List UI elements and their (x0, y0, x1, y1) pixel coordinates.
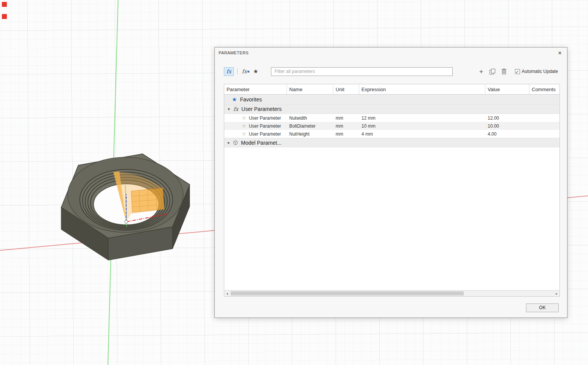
table-row[interactable]: ☆ User Parameter Nutwidth mm 12 mm 12.00 (224, 114, 559, 122)
table-header-row: Parameter Name Unit Expression Value Com… (224, 84, 559, 95)
favorites-star-icon: ★ (232, 96, 237, 103)
column-header-name[interactable]: Name (287, 84, 333, 94)
parameter-type: User Parameter (249, 115, 281, 121)
scroll-right-icon[interactable]: ▸ (554, 292, 559, 295)
parameter-unit: mm (333, 123, 359, 129)
table-row[interactable]: ☆ User Parameter NutHeight mm 4 mm 4.00 (224, 130, 559, 138)
favorite-toggle-icon[interactable]: ☆ (242, 131, 246, 137)
user-parameters-group-row[interactable]: ▾ fx User Parameters (224, 104, 559, 114)
toolbar-separator (237, 68, 238, 74)
parameter-name[interactable]: Nutwidth (287, 115, 333, 121)
favorites-group-row[interactable]: ★ Favorites (224, 95, 559, 104)
chevron-down-icon[interactable]: ▾ (227, 107, 231, 112)
fx-icon: fx (226, 68, 231, 74)
filter-parameters-input[interactable] (271, 67, 453, 76)
horizontal-scrollbar[interactable]: ◂ ▸ (224, 290, 559, 296)
column-header-expression[interactable]: Expression (359, 84, 485, 94)
hex-nut-model[interactable] (53, 149, 198, 278)
parameters-dialog: PARAMETERS × fx fx ★ + ✓ Automatic U (214, 47, 567, 318)
model-cube-icon (233, 140, 238, 145)
parameter-value: 4.00 (485, 131, 529, 137)
column-header-unit[interactable]: Unit (333, 84, 359, 94)
parameter-value: 10.00 (485, 123, 529, 129)
parameter-type: User Parameter (249, 123, 281, 129)
parameter-unit: mm (333, 131, 359, 137)
model-parameters-group-row[interactable]: ▸ Model Paramet... (224, 138, 559, 147)
parameters-table: Parameter Name Unit Expression Value Com… (224, 84, 560, 297)
copy-icon[interactable] (490, 69, 495, 74)
fx-user-icon[interactable]: fx (241, 67, 250, 76)
favorites-label: Favorites (240, 96, 262, 103)
checkbox-checked-icon[interactable]: ✓ (515, 69, 520, 74)
automatic-update-toggle[interactable]: ✓ Automatic Update (515, 69, 558, 74)
delete-icon[interactable] (501, 68, 507, 74)
add-icon[interactable]: + (479, 68, 483, 75)
record-marker (2, 2, 7, 7)
parameter-expression[interactable]: 4 mm (359, 131, 485, 137)
parameter-type: User Parameter (249, 131, 281, 137)
user-parameters-label: User Parameters (241, 106, 282, 112)
chevron-right-icon[interactable]: ▸ (227, 140, 231, 145)
parameter-name[interactable]: BoltDiameter (287, 123, 333, 129)
record-marker (2, 14, 7, 19)
add-user-parameter-button[interactable]: fx (224, 67, 234, 76)
favorite-toggle-icon[interactable]: ☆ (242, 123, 246, 129)
table-row[interactable]: ☆ User Parameter BoltDiameter mm 10 mm 1… (224, 122, 559, 130)
favorites-filter-icon[interactable]: ★ (253, 68, 258, 75)
column-header-parameter[interactable]: Parameter (224, 84, 287, 94)
parameters-toolbar: fx fx ★ + ✓ Automatic Update (224, 66, 558, 76)
column-header-comments[interactable]: Comments (529, 84, 559, 94)
dialog-title: PARAMETERS (219, 51, 249, 55)
parameter-name[interactable]: NutHeight (287, 131, 333, 137)
automatic-update-label: Automatic Update (522, 69, 558, 74)
ok-button[interactable]: OK (526, 303, 559, 312)
parameter-unit: mm (333, 115, 359, 121)
origin-point (125, 220, 128, 223)
scrollbar-thumb[interactable] (231, 291, 464, 295)
favorite-toggle-icon[interactable]: ☆ (242, 115, 246, 121)
column-header-value[interactable]: Value (485, 84, 529, 94)
parameter-expression[interactable]: 12 mm (359, 115, 485, 121)
parameter-expression[interactable]: 10 mm (359, 123, 485, 129)
close-icon[interactable]: × (556, 49, 564, 57)
model-parameters-label: Model Paramet... (241, 140, 282, 146)
parameter-value: 12.00 (485, 115, 529, 121)
fx-icon: fx (233, 106, 238, 112)
scroll-left-icon[interactable]: ◂ (224, 292, 230, 295)
